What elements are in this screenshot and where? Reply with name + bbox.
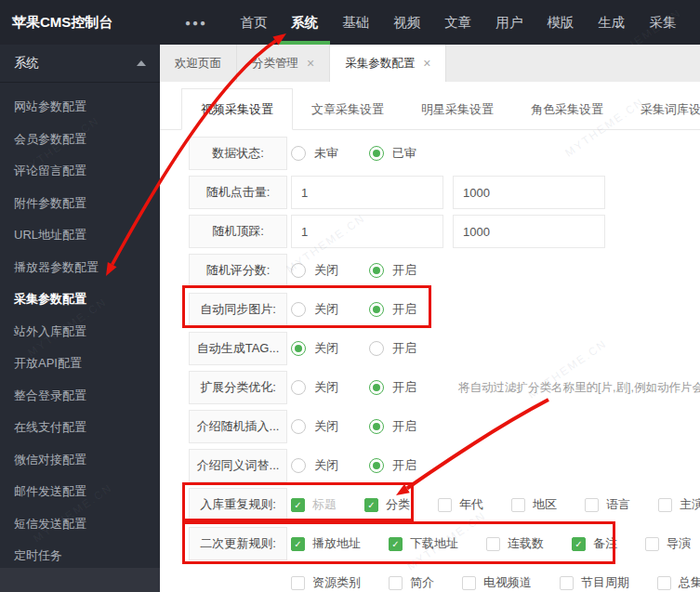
sidebar-item-1[interactable]: 会员参数配置: [0, 124, 160, 156]
checkbox-checked-icon[interactable]: ✓: [291, 498, 305, 512]
checkbox-option[interactable]: ✓播放地址: [291, 535, 389, 552]
checkbox-checked-icon[interactable]: ✓: [572, 537, 586, 551]
checkbox-option[interactable]: 总集数: [657, 574, 700, 591]
radio-option[interactable]: 开启: [369, 340, 447, 357]
radio-option[interactable]: 开启: [369, 379, 447, 396]
radio-option[interactable]: 关闭: [291, 340, 369, 357]
radio-unchecked-icon[interactable]: [291, 263, 306, 278]
checkbox-unchecked-icon[interactable]: [486, 537, 500, 551]
radio-option[interactable]: 关闭: [291, 457, 369, 474]
sidebar-item-11[interactable]: 微信对接配置: [0, 444, 160, 477]
radio-checked-icon[interactable]: [369, 380, 384, 395]
checkbox-option[interactable]: ✓下载地址: [389, 535, 486, 552]
inner-tab-4[interactable]: 采集词库设置: [622, 89, 700, 129]
checkbox-checked-icon[interactable]: ✓: [291, 537, 305, 551]
radio-checked-icon[interactable]: [291, 341, 306, 356]
radio-option[interactable]: 未审: [291, 145, 369, 162]
checkbox-option[interactable]: ✓分类: [364, 496, 438, 513]
radio-option[interactable]: 开启: [369, 262, 447, 279]
radio-checked-icon[interactable]: [369, 263, 384, 278]
checkbox-unchecked-icon[interactable]: [389, 576, 403, 590]
sidebar-item-12[interactable]: 邮件发送配置: [0, 476, 160, 508]
radio-unchecked-icon[interactable]: [291, 419, 306, 434]
radio-checked-icon[interactable]: [369, 419, 384, 434]
sidebar-item-6[interactable]: 采集参数配置: [0, 283, 160, 316]
radio-option[interactable]: 关闭: [291, 379, 369, 396]
sidebar-item-5[interactable]: 播放器参数配置: [0, 252, 160, 284]
checkbox-option[interactable]: 主演: [658, 496, 700, 513]
checkbox-option[interactable]: 电视频道: [462, 574, 560, 591]
checkbox-unchecked-icon[interactable]: [291, 576, 305, 590]
radio-option[interactable]: 已审: [369, 145, 447, 162]
text-input[interactable]: [291, 215, 443, 248]
checkbox-unchecked-icon[interactable]: [560, 576, 574, 590]
inner-tab-3[interactable]: 角色采集设置: [512, 89, 622, 129]
checkbox-option[interactable]: ✓备注: [572, 535, 645, 552]
checkbox-option[interactable]: 语言: [585, 496, 658, 513]
sidebar-item-0[interactable]: 网站参数配置: [0, 91, 160, 124]
radio-option[interactable]: 开启: [369, 418, 447, 435]
tab-1[interactable]: 分类管理×: [237, 45, 330, 82]
checkbox-option[interactable]: 年代: [438, 496, 511, 513]
checkbox-option[interactable]: 地区: [511, 496, 585, 513]
radio-checked-icon[interactable]: [369, 146, 384, 161]
radio-unchecked-icon[interactable]: [291, 302, 306, 317]
radio-option[interactable]: 开启: [369, 301, 447, 318]
inner-tab-1[interactable]: 文章采集设置: [293, 89, 403, 129]
sidebar-item-2[interactable]: 评论留言配置: [0, 155, 160, 188]
text-input[interactable]: [453, 215, 605, 248]
sidebar-item-3[interactable]: 附件参数配置: [0, 188, 160, 220]
sidebar-item-13[interactable]: 短信发送配置: [0, 508, 160, 541]
radio-unchecked-icon[interactable]: [291, 146, 306, 161]
checkbox-option[interactable]: 简介: [389, 574, 462, 591]
checkbox-unchecked-icon[interactable]: [511, 498, 525, 512]
checkbox-option[interactable]: 连载数: [486, 535, 572, 552]
radio-option[interactable]: 关闭: [291, 301, 369, 318]
nav-item-1[interactable]: 系统: [291, 0, 318, 45]
checkbox-option[interactable]: 资源类别: [291, 574, 389, 591]
radio-option[interactable]: 开启: [369, 457, 447, 474]
checkbox-option[interactable]: 导演: [645, 535, 700, 552]
sidebar-item-4[interactable]: URL地址配置: [0, 219, 160, 252]
checkbox-unchecked-icon[interactable]: [462, 576, 476, 590]
tab-0[interactable]: 欢迎页面: [160, 45, 237, 82]
radio-option[interactable]: 关闭: [291, 262, 369, 279]
sidebar-item-10[interactable]: 在线支付配置: [0, 412, 160, 444]
radio-option[interactable]: 关闭: [291, 418, 369, 435]
inner-tab-0[interactable]: 视频采集设置: [181, 88, 293, 130]
sidebar-item-7[interactable]: 站外入库配置: [0, 316, 160, 349]
checkbox-checked-icon[interactable]: ✓: [389, 537, 403, 551]
checkbox-unchecked-icon[interactable]: [438, 498, 452, 512]
radio-checked-icon[interactable]: [369, 302, 384, 317]
nav-item-2[interactable]: 基础: [342, 0, 369, 45]
checkbox-checked-icon[interactable]: ✓: [364, 498, 378, 512]
text-input[interactable]: [291, 176, 443, 209]
close-icon[interactable]: ×: [307, 57, 314, 70]
sidebar-item-8[interactable]: 开放API配置: [0, 348, 160, 380]
nav-item-7[interactable]: 生成: [598, 0, 625, 45]
nav-item-5[interactable]: 用户: [495, 0, 522, 45]
checkbox-option[interactable]: 节目周期: [560, 574, 657, 591]
nav-item-6[interactable]: 模版: [547, 0, 574, 45]
inner-tab-2[interactable]: 明星采集设置: [403, 89, 512, 129]
checkbox-unchecked-icon[interactable]: [585, 498, 599, 512]
radio-unchecked-icon[interactable]: [369, 341, 384, 356]
nav-item-0[interactable]: 首页: [240, 0, 267, 45]
menu-dots-icon[interactable]: ●●●: [185, 18, 207, 28]
checkbox-option[interactable]: ✓标题: [291, 496, 364, 513]
close-icon[interactable]: ×: [423, 57, 430, 70]
checkbox-unchecked-icon[interactable]: [645, 537, 659, 551]
sidebar-item-9[interactable]: 整合登录配置: [0, 380, 160, 413]
sidebar-group-system[interactable]: 系统: [0, 45, 160, 83]
nav-item-3[interactable]: 视频: [393, 0, 420, 45]
tab-2[interactable]: 采集参数配置×: [330, 45, 446, 82]
nav-item-4[interactable]: 文章: [444, 0, 471, 45]
radio-checked-icon[interactable]: [369, 458, 384, 473]
radio-unchecked-icon[interactable]: [291, 380, 306, 395]
nav-item-8[interactable]: 采集: [649, 0, 676, 45]
checkbox-unchecked-icon[interactable]: [657, 576, 671, 590]
radio-unchecked-icon[interactable]: [291, 458, 306, 473]
checkbox-unchecked-icon[interactable]: [658, 498, 672, 512]
text-input[interactable]: [453, 176, 605, 209]
app-logo[interactable]: 苹果CMS控制台: [0, 14, 161, 32]
